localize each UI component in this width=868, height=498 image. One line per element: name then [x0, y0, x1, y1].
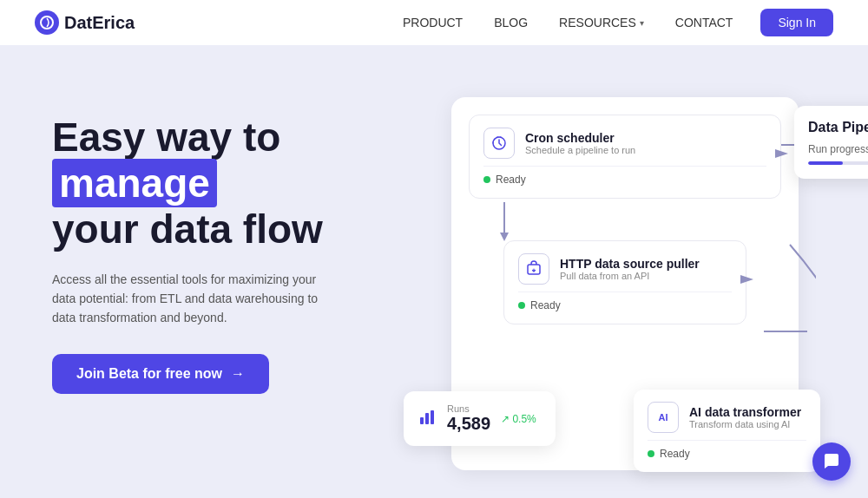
hero-description: Access all the essential tools for maxim…: [52, 270, 330, 328]
dp-progress-fill: [808, 161, 843, 165]
nav-product[interactable]: PRODUCT: [403, 16, 463, 29]
ai-transformer-card: AI AI data transformer Transform data us…: [634, 390, 820, 472]
hero-section: Easy way to manage your data flow Access…: [0, 45, 868, 498]
cron-scheduler-card: Cron scheduler Schedule a pipeline to ru…: [469, 115, 781, 199]
runs-card: Runs 4,589 ↗ 0.5%: [404, 391, 556, 446]
http-text: HTTP data source puller Pull data from a…: [560, 257, 700, 281]
ai-status: Ready: [648, 440, 806, 460]
dp-progress-row: Run progress 26%: [808, 142, 868, 156]
hero-diagram: Data Pipeline Run progress 26%: [417, 97, 816, 498]
http-icon: [518, 253, 549, 285]
ready-dot: [483, 176, 490, 183]
http-arrow: [736, 266, 762, 296]
http-puller-card: HTTP data source puller Pull data from a…: [503, 240, 746, 324]
navbar: DatErica PRODUCT BLOG RESOURCES ▾ CONTAC…: [0, 0, 868, 45]
dp-title: Data Pipeline: [808, 120, 868, 135]
data-pipeline-card: Data Pipeline Run progress 26%: [794, 106, 868, 179]
runs-data: Runs 4,589: [447, 403, 490, 434]
ready-dot-2: [518, 302, 525, 309]
dp-label: Run progress: [808, 143, 868, 155]
chat-bubble[interactable]: [812, 442, 851, 481]
cron-subtitle: Schedule a pipeline to run: [525, 145, 635, 155]
ai-subtitle: Transform data using AI: [689, 419, 801, 429]
arrow-icon: →: [231, 366, 245, 382]
nav-links: PRODUCT BLOG RESOURCES ▾ CONTACT: [403, 16, 733, 29]
cta-button[interactable]: Join Beta for free now →: [52, 354, 269, 394]
cron-text: Cron scheduler Schedule a pipeline to ru…: [525, 131, 635, 155]
cron-icon: [483, 128, 515, 159]
svg-rect-8: [425, 413, 429, 424]
http-status: Ready: [518, 292, 732, 311]
nav-contact[interactable]: CONTACT: [675, 16, 733, 29]
hero-left: Easy way to manage your data flow Access…: [52, 97, 417, 394]
http-title: HTTP data source puller: [560, 257, 700, 271]
highlight-word: manage: [52, 159, 217, 207]
logo-icon: [35, 10, 59, 35]
svg-marker-2: [775, 149, 788, 158]
svg-marker-6: [740, 275, 753, 284]
cron-status: Ready: [483, 166, 766, 186]
http-subtitle: Pull data from an API: [560, 271, 700, 281]
hero-title: Easy way to manage your data flow: [52, 115, 417, 252]
cron-arrow: [771, 141, 797, 170]
runs-label: Runs: [447, 403, 490, 414]
http-card-wrap: HTTP data source puller Pull data from a…: [503, 240, 746, 324]
svg-rect-9: [431, 410, 434, 424]
dp-progress-bar: [808, 161, 868, 165]
logo[interactable]: DatErica: [35, 10, 135, 35]
cron-card-header: Cron scheduler Schedule a pipeline to ru…: [483, 128, 766, 159]
bar-chart-icon: [418, 407, 437, 430]
ai-title: AI data transformer: [689, 405, 801, 419]
signin-button[interactable]: Sign In: [760, 9, 833, 36]
ai-text: AI data transformer Transform data using…: [689, 405, 801, 429]
connector-line-1: [469, 199, 781, 240]
ready-dot-3: [648, 450, 654, 457]
brand-name: DatErica: [64, 13, 135, 33]
runs-value: 4,589: [447, 414, 490, 434]
ai-icon: AI: [648, 402, 679, 433]
nav-resources[interactable]: RESOURCES ▾: [559, 16, 644, 29]
http-card-header: HTTP data source puller Pull data from a…: [518, 253, 732, 285]
runs-change: ↗ 0.5%: [501, 413, 536, 425]
cron-card-wrap: Cron scheduler Schedule a pipeline to ru…: [469, 115, 781, 199]
cron-title: Cron scheduler: [525, 131, 635, 145]
ai-card-header: AI AI data transformer Transform data us…: [648, 402, 806, 433]
nav-blog[interactable]: BLOG: [494, 16, 528, 29]
svg-rect-7: [420, 417, 424, 424]
chevron-down-icon: ▾: [640, 18, 644, 28]
